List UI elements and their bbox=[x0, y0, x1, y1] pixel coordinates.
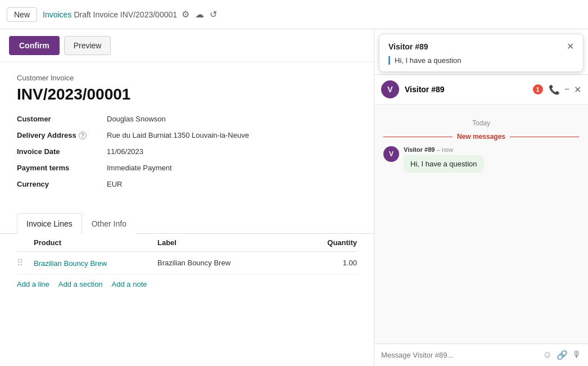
top-bar: New Invoices Draft Invoice INV/2023/0000… bbox=[0, 0, 588, 29]
minimize-icon[interactable]: − bbox=[564, 84, 569, 94]
add-note-link[interactable]: Add a note bbox=[112, 280, 147, 288]
chat-input-area: ☺ 🔗 🎙 bbox=[374, 344, 588, 366]
chat-msg-sender: Visitor #89 bbox=[404, 146, 435, 153]
chat-msg-avatar: V bbox=[383, 146, 399, 162]
product-cell[interactable]: Brazilian Bouncy Brew bbox=[34, 259, 157, 268]
invoice-table: Product Label Quantity ⠿ Brazilian Bounc… bbox=[0, 234, 374, 274]
add-line-link[interactable]: Add a line bbox=[17, 280, 49, 288]
left-panel: Confirm Preview Customer Invoice INV/202… bbox=[0, 29, 374, 366]
confirm-button[interactable]: Confirm bbox=[9, 36, 60, 55]
tab-invoice-lines[interactable]: Invoice Lines bbox=[17, 213, 82, 234]
chat-input-icons: ☺ 🔗 🎙 bbox=[543, 350, 581, 360]
payment-label: Payment terms bbox=[17, 164, 107, 172]
currency-value[interactable]: EUR bbox=[107, 180, 357, 188]
refresh-icon[interactable]: ↺ bbox=[210, 9, 217, 20]
breadcrumb-link[interactable]: Invoices bbox=[43, 10, 71, 19]
chat-msg-content: Visitor #89 – now Hi, I have a question bbox=[404, 146, 484, 173]
chat-msg-meta: Visitor #89 – now bbox=[404, 146, 484, 153]
add-section-link[interactable]: Add a section bbox=[58, 280, 103, 288]
payment-value[interactable]: Immediate Payment bbox=[107, 164, 357, 172]
col-drag bbox=[17, 238, 34, 247]
chat-badge: 1 bbox=[533, 84, 543, 94]
settings-icon[interactable]: ⚙ bbox=[182, 9, 189, 20]
chat-header-icons: 📞 − ✕ bbox=[549, 84, 581, 95]
invoice-type: Customer Invoice bbox=[17, 74, 357, 82]
delivery-value[interactable]: Rue du Laid Burniat 1350 Louvain-la-Neuv… bbox=[107, 131, 357, 139]
chat-bubble-message: Hi, I have a question bbox=[388, 56, 574, 65]
delivery-label: Delivery Address ? bbox=[17, 131, 107, 139]
action-bar: Confirm Preview bbox=[0, 29, 374, 62]
tab-other-info[interactable]: Other Info bbox=[82, 213, 136, 234]
close-chat-icon[interactable]: ✕ bbox=[574, 84, 581, 95]
date-label: Invoice Date bbox=[17, 147, 107, 156]
product-link[interactable]: Brazilian Bouncy Brew bbox=[34, 259, 107, 268]
chat-msg-time: – now bbox=[437, 146, 453, 153]
col-quantity: Quantity bbox=[301, 238, 357, 247]
breadcrumb-subtitle: Draft Invoice INV/2023/00001 bbox=[74, 10, 177, 19]
chat-bubble: Visitor #89 ✕ Hi, I have a question bbox=[379, 34, 584, 72]
col-label: Label bbox=[157, 238, 301, 247]
currency-label: Currency bbox=[17, 180, 107, 188]
delivery-help-icon: ? bbox=[79, 132, 87, 139]
new-button[interactable]: New bbox=[7, 7, 37, 22]
preview-button[interactable]: Preview bbox=[64, 36, 111, 55]
table-actions: Add a line Add a section Add a note bbox=[0, 274, 374, 294]
chat-visitor-name: Visitor #89 bbox=[405, 85, 527, 94]
chat-input[interactable] bbox=[381, 351, 539, 359]
chat-avatar: V bbox=[381, 80, 399, 98]
customer-value[interactable]: Douglas Snowson bbox=[107, 115, 357, 123]
emoji-icon[interactable]: ☺ bbox=[543, 350, 552, 360]
customer-label: Customer bbox=[17, 115, 107, 123]
invoice-tabs: Invoice Lines Other Info bbox=[0, 213, 374, 234]
invoice-number: INV/2023/00001 bbox=[17, 85, 357, 103]
chat-window-header: V Visitor #89 1 📞 − ✕ bbox=[374, 75, 588, 105]
quantity-cell[interactable]: 1.00 bbox=[301, 259, 357, 267]
right-panel: Visitor #89 ✕ Hi, I have a question V Vi… bbox=[374, 29, 588, 366]
phone-icon[interactable]: 📞 bbox=[549, 84, 560, 95]
date-divider: Today bbox=[383, 119, 579, 127]
invoice-content: Customer Invoice INV/2023/00001 Customer… bbox=[0, 62, 374, 213]
chat-bubble-close[interactable]: ✕ bbox=[567, 41, 574, 52]
invoice-fields: Customer Douglas Snowson Delivery Addres… bbox=[17, 115, 357, 188]
drag-handle[interactable]: ⠿ bbox=[17, 257, 34, 268]
table-row: ⠿ Brazilian Bouncy Brew Brazilian Bouncy… bbox=[17, 252, 357, 274]
new-messages-divider: New messages bbox=[383, 133, 579, 141]
date-value[interactable]: 11/06/2023 bbox=[107, 147, 357, 156]
chat-bubble-header: Visitor #89 ✕ bbox=[388, 41, 574, 52]
microphone-icon[interactable]: 🎙 bbox=[572, 350, 581, 360]
chat-bubble-visitor: Visitor #89 bbox=[388, 42, 428, 51]
col-product: Product bbox=[34, 238, 157, 247]
label-cell: Brazilian Bouncy Brew bbox=[157, 259, 301, 267]
main-layout: Confirm Preview Customer Invoice INV/202… bbox=[0, 29, 588, 366]
attachment-icon[interactable]: 🔗 bbox=[557, 350, 568, 360]
top-icons: ⚙ ☁ ↺ bbox=[182, 9, 217, 20]
chat-message-row: V Visitor #89 – now Hi, I have a questio… bbox=[383, 146, 579, 173]
chat-msg-text: Hi, I have a question bbox=[404, 155, 484, 173]
chat-messages: Today New messages V Visitor #89 – now H… bbox=[374, 105, 588, 344]
upload-icon[interactable]: ☁ bbox=[195, 9, 204, 20]
chat-window: V Visitor #89 1 📞 − ✕ Today New messages… bbox=[374, 74, 588, 366]
table-header: Product Label Quantity bbox=[17, 234, 357, 252]
